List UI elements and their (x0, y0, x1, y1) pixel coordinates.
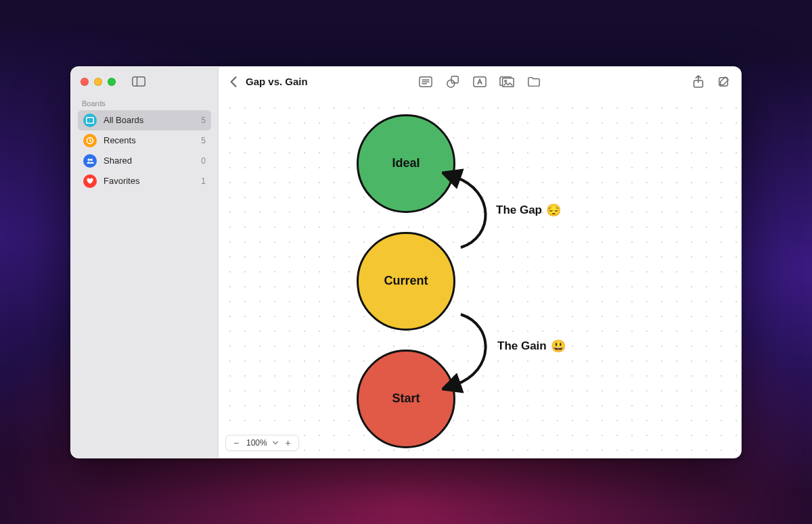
sidebar-item-label: Shared (104, 156, 132, 166)
heart-icon (83, 174, 97, 188)
insert-image-button[interactable] (499, 74, 514, 89)
sidebar-item-all-boards[interactable]: All Boards 5 (78, 110, 211, 130)
happy-face-icon: 😃 (551, 339, 566, 354)
sidebar-item-label: Favorites (104, 176, 139, 186)
zoom-out-button[interactable]: − (231, 438, 241, 448)
insert-shape-button[interactable] (445, 74, 460, 89)
sidebar-item-recents[interactable]: Recents 5 (78, 130, 211, 151)
share-button[interactable] (691, 74, 706, 89)
node-start[interactable]: Start (357, 350, 455, 448)
sidebar-item-count: 5 (201, 116, 206, 125)
svg-point-5 (87, 158, 90, 161)
window-minimize-button[interactable] (94, 78, 102, 86)
board-canvas[interactable]: Ideal Current Start The Gap 😔 The Gain 😃 (219, 97, 741, 458)
node-current[interactable]: Current (357, 232, 455, 331)
window-zoom-button[interactable] (108, 78, 116, 86)
insert-file-button[interactable] (526, 74, 541, 89)
svg-point-12 (447, 80, 455, 87)
insert-note-button[interactable] (418, 74, 433, 89)
sidebar-item-favorites[interactable]: Favorites 1 (78, 171, 211, 191)
titlebar-controls (78, 75, 211, 89)
sidebar-section-label: Boards (78, 99, 211, 110)
annotation-text: The Gap (496, 204, 542, 217)
node-label: Ideal (392, 156, 420, 170)
sidebar-item-count: 0 (201, 156, 206, 166)
node-label: Start (392, 391, 420, 406)
sidebar-item-label: All Boards (104, 115, 143, 125)
sidebar-item-label: Recents (104, 135, 136, 145)
sidebar: Boards All Boards 5 Recents 5 Shared 0 (71, 67, 219, 458)
zoom-in-button[interactable]: + (284, 438, 293, 448)
sidebar-item-count: 5 (201, 136, 206, 145)
window-close-button[interactable] (81, 78, 89, 86)
window-traffic-lights (81, 78, 116, 86)
svg-rect-11 (451, 76, 458, 82)
back-button[interactable] (228, 74, 239, 89)
app-window: Boards All Boards 5 Recents 5 Shared 0 (70, 66, 742, 458)
toggle-sidebar-button[interactable] (132, 76, 145, 87)
insert-toolbar (418, 74, 541, 89)
zoom-control: − 100% + (225, 435, 299, 451)
svg-rect-0 (133, 77, 145, 86)
people-icon (83, 154, 97, 168)
zoom-value[interactable]: 100% (246, 438, 267, 448)
sad-face-icon: 😔 (546, 203, 561, 218)
grid-icon (83, 114, 97, 127)
svg-point-6 (90, 158, 93, 161)
board-title: Gap vs. Gain (246, 76, 308, 87)
annotation-gap[interactable]: The Gap 😔 (496, 203, 561, 218)
sidebar-item-shared[interactable]: Shared 0 (78, 151, 211, 171)
toolbar: Gap vs. Gain (219, 67, 741, 97)
node-ideal[interactable]: Ideal (357, 114, 455, 213)
compose-button[interactable] (717, 74, 731, 89)
annotation-gain[interactable]: The Gain 😃 (497, 339, 566, 354)
insert-text-button[interactable] (472, 74, 487, 89)
main-area: Gap vs. Gain Ideal Current Start (219, 67, 741, 458)
clock-icon (83, 134, 97, 147)
svg-rect-3 (87, 118, 93, 122)
chevron-down-icon[interactable] (273, 440, 278, 446)
node-label: Current (384, 274, 428, 288)
annotation-text: The Gain (497, 339, 547, 353)
sidebar-item-count: 1 (201, 176, 206, 186)
